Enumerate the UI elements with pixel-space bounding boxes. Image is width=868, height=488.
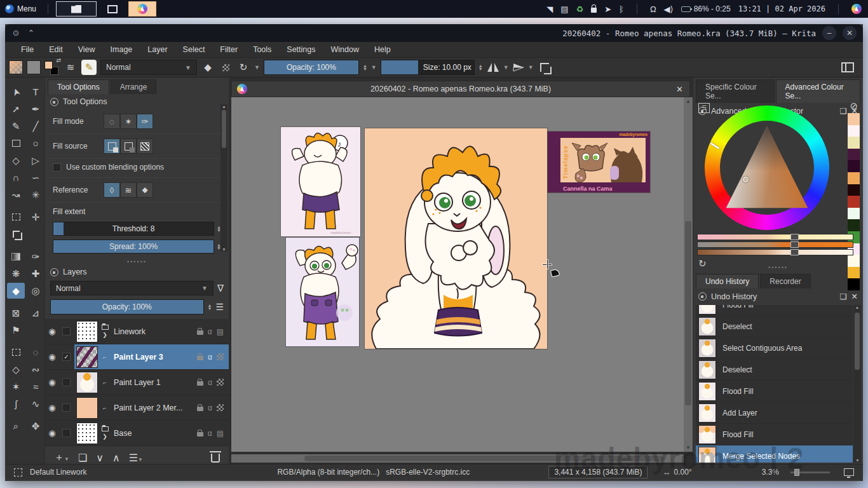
menu-select[interactable]: Select <box>176 43 212 56</box>
custom-blending-checkbox[interactable] <box>53 163 61 172</box>
line-tool[interactable]: ╱ <box>27 118 44 134</box>
system-menu-button[interactable]: Menu <box>0 0 43 18</box>
canvas-vertical-scrollbar[interactable]: ▲▼ <box>684 97 693 452</box>
gradient-chooser[interactable] <box>9 60 23 74</box>
layer-filter-icon[interactable]: ∇ <box>217 283 224 294</box>
undo-item[interactable]: Flood Fill <box>696 305 853 316</box>
subwindow-close-icon[interactable]: ✕ <box>676 85 683 94</box>
menu-edit[interactable]: Edit <box>42 43 70 56</box>
history-swatch[interactable] <box>848 184 860 196</box>
current-layer-button[interactable]: ◊ <box>104 182 120 198</box>
mirror-vertical-icon[interactable] <box>513 62 524 72</box>
ellipse-tool[interactable]: ○ <box>27 135 44 151</box>
edit-shapes-tool[interactable]: ➚ <box>7 101 25 117</box>
undo-history-header[interactable]: Undo History ❏ ✕ <box>693 288 863 304</box>
history-swatch[interactable] <box>848 208 860 220</box>
reload-preset-button[interactable]: ↻ <box>236 62 250 73</box>
reference-images-tool[interactable]: ⚑ <box>7 322 25 338</box>
subwindow-titlebar[interactable]: 20260402 - Romeo apenas Romeo.kra (343.7… <box>231 81 690 97</box>
spread-slider[interactable]: Spread: 100% <box>53 240 214 254</box>
gradient-tool[interactable] <box>7 248 25 264</box>
assistants-tool[interactable]: ⊠ <box>7 305 25 321</box>
undo-item[interactable]: Deselect <box>696 316 853 337</box>
text-tool[interactable]: T <box>27 84 44 100</box>
transform-tool[interactable] <box>7 209 25 225</box>
contiguous-selection-tool[interactable]: ≈ <box>27 379 44 395</box>
bluetooth-icon[interactable]: ᛒ <box>619 5 624 13</box>
battery-indicator[interactable]: 86% - 0:25 <box>681 4 731 13</box>
layer-opacity-slider[interactable]: Opacity: 100% <box>50 299 204 315</box>
similar-color-selection-tool[interactable]: ✶ <box>7 379 25 395</box>
polygon-tool[interactable]: ◇ <box>7 152 25 168</box>
menu-window[interactable]: Window <box>324 43 366 56</box>
layer-lock-icon[interactable] <box>197 432 203 437</box>
alpha-lock-icon[interactable]: α <box>208 403 212 412</box>
history-swatch[interactable] <box>848 219 860 231</box>
expand-icon[interactable]: ❯ <box>102 332 107 338</box>
volume-icon[interactable]: ◀⟩ <box>664 5 674 13</box>
inherit-alpha-icon[interactable] <box>217 404 224 411</box>
layer-lock-icon[interactable] <box>197 330 203 335</box>
layer-row-paint-layer-2[interactable]: ◉ ⌐ Paint Layer 2 Mer... α <box>45 395 229 421</box>
menu-tools[interactable]: Tools <box>246 43 278 56</box>
elliptical-selection-tool[interactable]: ◌ <box>27 344 44 360</box>
delete-layer-button[interactable] <box>211 454 220 463</box>
float-docker-icon[interactable]: ❏ <box>839 106 846 116</box>
pattern-source-button[interactable] <box>137 139 153 154</box>
fill-similar-button[interactable]: ✶ <box>120 114 137 129</box>
enclose-fill-tool[interactable]: ◎ <box>27 283 44 299</box>
layer-row-base[interactable]: ◉ ❯ Base α▤ <box>45 421 229 446</box>
layer-checkbox[interactable] <box>62 327 71 336</box>
inherit-alpha-icon[interactable] <box>217 353 224 360</box>
polyline-tool[interactable]: ▷ <box>27 152 44 168</box>
history-swatch[interactable] <box>848 196 860 208</box>
layer-properties-button[interactable]: ☰▼ <box>129 452 143 464</box>
calligraphy-tool[interactable]: ✒ <box>27 101 44 117</box>
layer-options-menu-icon[interactable]: ☰ <box>215 302 224 312</box>
layer-checkbox[interactable] <box>62 403 71 412</box>
tab-recorder[interactable]: Recorder <box>760 274 810 288</box>
undo-item[interactable]: Add Layer <box>696 402 853 424</box>
workspace-chooser-button[interactable] <box>841 62 854 72</box>
add-layer-button[interactable]: ＋▼ <box>54 451 69 464</box>
foreground-color[interactable] <box>44 61 53 69</box>
freehand-brush-tool[interactable]: ✎ <box>7 118 25 134</box>
vpn-icon[interactable]: ◥ <box>546 5 553 13</box>
freehand-path-tool[interactable]: ∽ <box>27 170 44 186</box>
history-swatch[interactable] <box>848 172 860 184</box>
expand-icon[interactable]: ❯ <box>102 433 107 440</box>
fit-to-screen-icon[interactable] <box>844 468 854 476</box>
history-swatch[interactable] <box>848 125 860 137</box>
opacity-spinner[interactable]: ▲▼ <box>363 64 367 71</box>
alpha-lock-icon[interactable]: α <box>208 378 212 387</box>
tab-tool-options[interactable]: Tool Options <box>48 79 109 94</box>
undo-item[interactable]: Select Contiguous Area <box>696 337 853 359</box>
chevron-down-icon[interactable]: ▼ <box>254 64 260 71</box>
crop-tool[interactable] <box>7 226 25 242</box>
rectangular-selection-tool[interactable] <box>7 344 25 360</box>
component-slider[interactable] <box>697 241 853 248</box>
alpha-lock-icon[interactable]: α <box>208 429 212 438</box>
swap-colors-icon[interactable]: ⇄ <box>56 57 61 64</box>
menu-layer[interactable]: Layer <box>140 43 174 56</box>
history-swatch[interactable] <box>848 149 860 161</box>
fill-selection-button[interactable]: ◌ <box>104 114 120 129</box>
float-docker-icon[interactable]: ❏ <box>839 292 846 301</box>
background-source-button[interactable] <box>120 139 137 154</box>
docker-lock-icon[interactable] <box>50 98 58 106</box>
history-swatch[interactable] <box>848 160 860 172</box>
tab-specific-colour-selector[interactable]: Specific Colour Se... <box>696 79 775 103</box>
threshold-slider[interactable]: Threshold: 8 <box>53 222 214 236</box>
rectangle-tool[interactable] <box>7 135 25 151</box>
no-color-icon[interactable]: ⊘ <box>850 100 858 112</box>
all-layers-button[interactable]: ≋ <box>120 182 137 198</box>
history-swatch[interactable] <box>848 113 860 125</box>
multibrush-tool[interactable]: ✳ <box>27 187 44 203</box>
layer-checkbox[interactable]: ✓ <box>62 353 71 361</box>
brush-size-slider[interactable]: Size: 10.00 px <box>381 60 475 75</box>
lock-icon[interactable] <box>591 8 597 13</box>
alpha-lock-icon[interactable]: α <box>208 327 212 336</box>
edit-brush-settings-button[interactable]: ✎ <box>81 60 97 75</box>
foreground-source-button[interactable] <box>104 139 120 154</box>
tab-advanced-colour-selector[interactable]: Advanced Colour Se... <box>776 79 860 103</box>
